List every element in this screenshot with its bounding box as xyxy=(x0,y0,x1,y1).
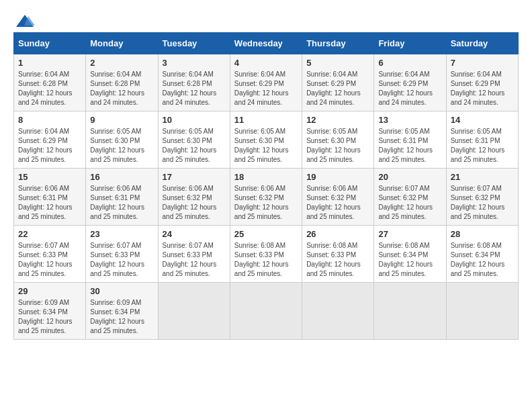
table-cell xyxy=(302,283,374,340)
day-info: Sunrise: 6:04 AM Sunset: 6:29 PM Dayligh… xyxy=(18,127,81,165)
table-cell: 2 Sunrise: 6:04 AM Sunset: 6:28 PM Dayli… xyxy=(86,54,158,111)
day-info: Sunrise: 6:04 AM Sunset: 6:28 PM Dayligh… xyxy=(90,70,153,107)
day-info: Sunrise: 6:04 AM Sunset: 6:29 PM Dayligh… xyxy=(306,70,369,107)
day-number: 17 xyxy=(163,172,226,182)
day-number: 28 xyxy=(451,229,514,239)
day-number: 2 xyxy=(90,58,153,68)
day-info: Sunrise: 6:04 AM Sunset: 6:29 PM Dayligh… xyxy=(451,70,514,107)
table-cell: 23 Sunrise: 6:07 AM Sunset: 6:33 PM Dayl… xyxy=(86,226,158,283)
table-cell: 5 Sunrise: 6:04 AM Sunset: 6:29 PM Dayli… xyxy=(302,54,374,111)
day-number: 19 xyxy=(306,172,369,182)
day-number: 10 xyxy=(163,115,226,125)
day-info: Sunrise: 6:05 AM Sunset: 6:31 PM Dayligh… xyxy=(451,127,514,165)
col-tuesday: Tuesday xyxy=(158,33,230,54)
day-info: Sunrise: 6:04 AM Sunset: 6:29 PM Dayligh… xyxy=(378,70,441,107)
table-cell: 14 Sunrise: 6:05 AM Sunset: 6:31 PM Dayl… xyxy=(446,111,518,169)
day-number: 23 xyxy=(90,229,153,239)
day-info: Sunrise: 6:04 AM Sunset: 6:29 PM Dayligh… xyxy=(234,70,298,107)
day-number: 5 xyxy=(306,58,369,68)
table-cell: 9 Sunrise: 6:05 AM Sunset: 6:30 PM Dayli… xyxy=(86,111,158,169)
table-cell: 28 Sunrise: 6:08 AM Sunset: 6:34 PM Dayl… xyxy=(446,226,518,283)
day-number: 25 xyxy=(234,229,298,239)
day-number: 11 xyxy=(234,115,298,125)
day-info: Sunrise: 6:07 AM Sunset: 6:33 PM Dayligh… xyxy=(163,241,226,279)
calendar-week-row: 22 Sunrise: 6:07 AM Sunset: 6:33 PM Dayl… xyxy=(14,226,519,283)
day-number: 24 xyxy=(163,229,226,239)
day-number: 22 xyxy=(18,229,81,239)
day-number: 13 xyxy=(378,115,441,125)
day-info: Sunrise: 6:04 AM Sunset: 6:28 PM Dayligh… xyxy=(163,70,226,107)
table-cell: 29 Sunrise: 6:09 AM Sunset: 6:34 PM Dayl… xyxy=(14,283,86,340)
table-cell: 8 Sunrise: 6:04 AM Sunset: 6:29 PM Dayli… xyxy=(14,111,86,169)
day-number: 29 xyxy=(18,286,81,296)
day-info: Sunrise: 6:09 AM Sunset: 6:34 PM Dayligh… xyxy=(90,298,153,336)
table-cell: 22 Sunrise: 6:07 AM Sunset: 6:33 PM Dayl… xyxy=(14,226,86,283)
table-cell: 26 Sunrise: 6:08 AM Sunset: 6:33 PM Dayl… xyxy=(302,226,374,283)
table-cell: 12 Sunrise: 6:05 AM Sunset: 6:30 PM Dayl… xyxy=(302,111,374,169)
day-number: 4 xyxy=(234,58,298,68)
table-cell: 1 Sunrise: 6:04 AM Sunset: 6:28 PM Dayli… xyxy=(14,54,86,111)
col-thursday: Thursday xyxy=(302,33,374,54)
table-cell xyxy=(374,283,446,340)
calendar-week-row: 8 Sunrise: 6:04 AM Sunset: 6:29 PM Dayli… xyxy=(14,111,519,169)
day-info: Sunrise: 6:08 AM Sunset: 6:33 PM Dayligh… xyxy=(306,241,369,279)
logo xyxy=(13,13,35,26)
day-info: Sunrise: 6:07 AM Sunset: 6:32 PM Dayligh… xyxy=(451,184,514,222)
day-info: Sunrise: 6:07 AM Sunset: 6:33 PM Dayligh… xyxy=(18,241,81,279)
day-info: Sunrise: 6:05 AM Sunset: 6:30 PM Dayligh… xyxy=(234,127,298,165)
calendar-header-row: Sunday Monday Tuesday Wednesday Thursday… xyxy=(14,33,519,54)
day-info: Sunrise: 6:04 AM Sunset: 6:28 PM Dayligh… xyxy=(18,70,81,107)
day-number: 21 xyxy=(451,172,514,182)
table-cell: 10 Sunrise: 6:05 AM Sunset: 6:30 PM Dayl… xyxy=(158,111,230,169)
day-info: Sunrise: 6:08 AM Sunset: 6:33 PM Dayligh… xyxy=(234,241,298,279)
day-info: Sunrise: 6:08 AM Sunset: 6:34 PM Dayligh… xyxy=(451,241,514,279)
calendar-week-row: 1 Sunrise: 6:04 AM Sunset: 6:28 PM Dayli… xyxy=(14,54,519,111)
day-number: 3 xyxy=(163,58,226,68)
day-number: 8 xyxy=(18,115,81,125)
day-info: Sunrise: 6:05 AM Sunset: 6:30 PM Dayligh… xyxy=(163,127,226,165)
table-cell: 30 Sunrise: 6:09 AM Sunset: 6:34 PM Dayl… xyxy=(86,283,158,340)
calendar-week-row: 29 Sunrise: 6:09 AM Sunset: 6:34 PM Dayl… xyxy=(14,283,519,340)
calendar-table: Sunday Monday Tuesday Wednesday Thursday… xyxy=(13,32,519,340)
table-cell: 11 Sunrise: 6:05 AM Sunset: 6:30 PM Dayl… xyxy=(230,111,302,169)
col-monday: Monday xyxy=(86,33,158,54)
day-number: 27 xyxy=(378,229,441,239)
logo-icon xyxy=(15,13,35,30)
header xyxy=(13,13,519,26)
table-cell: 25 Sunrise: 6:08 AM Sunset: 6:33 PM Dayl… xyxy=(230,226,302,283)
day-info: Sunrise: 6:05 AM Sunset: 6:30 PM Dayligh… xyxy=(306,127,369,165)
day-number: 9 xyxy=(90,115,153,125)
table-cell: 17 Sunrise: 6:06 AM Sunset: 6:32 PM Dayl… xyxy=(158,169,230,226)
day-number: 15 xyxy=(18,172,81,182)
day-info: Sunrise: 6:06 AM Sunset: 6:32 PM Dayligh… xyxy=(234,184,298,222)
day-number: 1 xyxy=(18,58,81,68)
table-cell xyxy=(230,283,302,340)
table-cell xyxy=(158,283,230,340)
calendar-week-row: 15 Sunrise: 6:06 AM Sunset: 6:31 PM Dayl… xyxy=(14,169,519,226)
table-cell: 16 Sunrise: 6:06 AM Sunset: 6:31 PM Dayl… xyxy=(86,169,158,226)
col-friday: Friday xyxy=(374,33,446,54)
col-saturday: Saturday xyxy=(446,33,518,54)
table-cell: 6 Sunrise: 6:04 AM Sunset: 6:29 PM Dayli… xyxy=(374,54,446,111)
day-number: 6 xyxy=(378,58,441,68)
table-cell: 18 Sunrise: 6:06 AM Sunset: 6:32 PM Dayl… xyxy=(230,169,302,226)
day-info: Sunrise: 6:06 AM Sunset: 6:31 PM Dayligh… xyxy=(90,184,153,222)
day-number: 30 xyxy=(90,286,153,296)
table-cell: 27 Sunrise: 6:08 AM Sunset: 6:34 PM Dayl… xyxy=(374,226,446,283)
table-cell: 13 Sunrise: 6:05 AM Sunset: 6:31 PM Dayl… xyxy=(374,111,446,169)
col-wednesday: Wednesday xyxy=(230,33,302,54)
table-cell: 4 Sunrise: 6:04 AM Sunset: 6:29 PM Dayli… xyxy=(230,54,302,111)
day-number: 7 xyxy=(451,58,514,68)
day-info: Sunrise: 6:08 AM Sunset: 6:34 PM Dayligh… xyxy=(378,241,441,279)
day-number: 26 xyxy=(306,229,369,239)
day-info: Sunrise: 6:05 AM Sunset: 6:30 PM Dayligh… xyxy=(90,127,153,165)
day-info: Sunrise: 6:07 AM Sunset: 6:32 PM Dayligh… xyxy=(378,184,441,222)
day-info: Sunrise: 6:05 AM Sunset: 6:31 PM Dayligh… xyxy=(378,127,441,165)
day-info: Sunrise: 6:06 AM Sunset: 6:32 PM Dayligh… xyxy=(163,184,226,222)
day-info: Sunrise: 6:06 AM Sunset: 6:32 PM Dayligh… xyxy=(306,184,369,222)
day-info: Sunrise: 6:06 AM Sunset: 6:31 PM Dayligh… xyxy=(18,184,81,222)
col-sunday: Sunday xyxy=(14,33,86,54)
table-cell: 3 Sunrise: 6:04 AM Sunset: 6:28 PM Dayli… xyxy=(158,54,230,111)
day-info: Sunrise: 6:09 AM Sunset: 6:34 PM Dayligh… xyxy=(18,298,81,336)
day-number: 14 xyxy=(451,115,514,125)
